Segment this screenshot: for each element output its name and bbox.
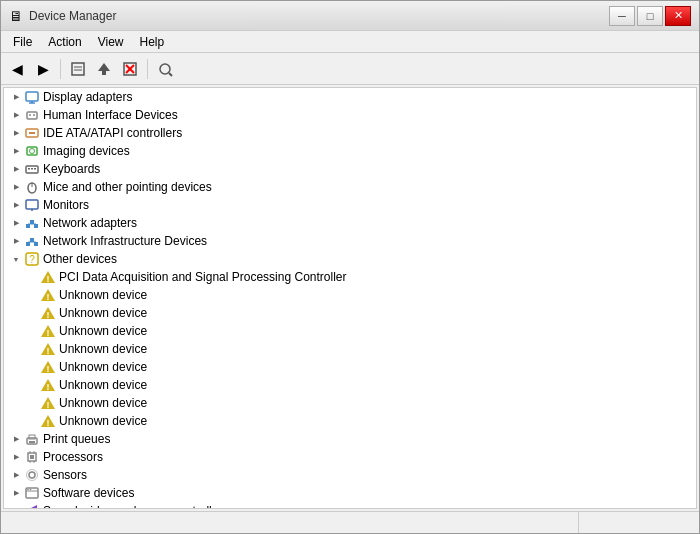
expander-network-adapters[interactable]: [8, 215, 24, 231]
label-keyboards: Keyboards: [43, 162, 100, 176]
maximize-button[interactable]: □: [637, 6, 663, 26]
tree-item-monitors[interactable]: Monitors: [4, 196, 696, 214]
svg-point-14: [29, 114, 31, 116]
tree-item-other-devices[interactable]: ?Other devices: [4, 250, 696, 268]
svg-text:!: !: [47, 310, 50, 320]
svg-text:!: !: [47, 328, 50, 338]
label-imaging: Imaging devices: [43, 144, 130, 158]
svg-point-15: [33, 114, 35, 116]
menu-bar: File Action View Help: [1, 31, 699, 53]
update-driver-button[interactable]: [92, 57, 116, 81]
expander-unknown-2[interactable]: [24, 305, 40, 321]
tree-item-display-adapters[interactable]: Display adapters: [4, 88, 696, 106]
window-icon: 🖥: [9, 8, 23, 24]
expander-unknown-6[interactable]: [24, 377, 40, 393]
expander-monitors[interactable]: [8, 197, 24, 213]
expander-sound-game[interactable]: [8, 503, 24, 509]
minimize-button[interactable]: ─: [609, 6, 635, 26]
label-unknown-6: Unknown device: [59, 378, 147, 392]
icon-hid: [24, 107, 40, 123]
title-bar: 🖥 Device Manager ─ □ ✕: [1, 1, 699, 31]
close-button[interactable]: ✕: [665, 6, 691, 26]
svg-rect-22: [31, 168, 33, 170]
tree-item-hid[interactable]: Human Interface Devices: [4, 106, 696, 124]
tree-item-unknown-1[interactable]: !Unknown device: [4, 286, 696, 304]
icon-sound-game: [24, 503, 40, 509]
tree-item-unknown-8[interactable]: !Unknown device: [4, 412, 696, 430]
expander-processors[interactable]: [8, 449, 24, 465]
tree-item-sound-game[interactable]: Sound, video and game controllers: [4, 502, 696, 509]
forward-button[interactable]: ▶: [31, 57, 55, 81]
expander-mice[interactable]: [8, 179, 24, 195]
expander-display-adapters[interactable]: [8, 89, 24, 105]
expander-unknown-5[interactable]: [24, 359, 40, 375]
update-icon: [96, 61, 112, 77]
svg-text:!: !: [47, 418, 50, 428]
expander-sensors[interactable]: [8, 467, 24, 483]
tree-item-unknown-6[interactable]: !Unknown device: [4, 376, 696, 394]
label-sound-game: Sound, video and game controllers: [43, 504, 228, 509]
tree-item-ide[interactable]: IDE ATA/ATAPI controllers: [4, 124, 696, 142]
svg-rect-36: [34, 242, 38, 246]
uninstall-button[interactable]: [118, 57, 142, 81]
expander-unknown-4[interactable]: [24, 341, 40, 357]
tree-item-print-queues[interactable]: Print queues: [4, 430, 696, 448]
tree-item-unknown-3[interactable]: !Unknown device: [4, 322, 696, 340]
expander-keyboards[interactable]: [8, 161, 24, 177]
expander-unknown-1[interactable]: [24, 287, 40, 303]
properties-button[interactable]: [66, 57, 90, 81]
svg-rect-26: [26, 200, 38, 209]
icon-unknown-5: !: [40, 359, 56, 375]
expander-hid[interactable]: [8, 107, 24, 123]
svg-rect-64: [30, 455, 34, 459]
tree-item-imaging[interactable]: Imaging devices: [4, 142, 696, 160]
svg-rect-0: [72, 63, 84, 75]
svg-point-8: [160, 64, 170, 74]
svg-text:?: ?: [29, 254, 35, 265]
label-software-devices: Software devices: [43, 486, 134, 500]
label-unknown-3: Unknown device: [59, 324, 147, 338]
status-right: [579, 512, 699, 533]
expander-software-devices[interactable]: [8, 485, 24, 501]
tree-item-pci-data[interactable]: !PCI Data Acquisition and Signal Process…: [4, 268, 696, 286]
scan-button[interactable]: [153, 57, 177, 81]
icon-unknown-3: !: [40, 323, 56, 339]
tree-item-unknown-2[interactable]: !Unknown device: [4, 304, 696, 322]
tree-item-mice[interactable]: Mice and other pointing devices: [4, 178, 696, 196]
device-tree[interactable]: Display adaptersHuman Interface DevicesI…: [3, 87, 697, 509]
svg-rect-23: [34, 168, 36, 170]
expander-network-infra[interactable]: [8, 233, 24, 249]
tree-item-unknown-7[interactable]: !Unknown device: [4, 394, 696, 412]
label-hid: Human Interface Devices: [43, 108, 178, 122]
svg-text:!: !: [47, 274, 50, 284]
label-unknown-2: Unknown device: [59, 306, 147, 320]
tree-item-keyboards[interactable]: Keyboards: [4, 160, 696, 178]
expander-other-devices[interactable]: [8, 251, 24, 267]
tree-item-network-adapters[interactable]: Network adapters: [4, 214, 696, 232]
svg-rect-62: [29, 441, 35, 443]
icon-display-adapters: [24, 89, 40, 105]
tree-item-processors[interactable]: Processors: [4, 448, 696, 466]
tree-item-network-infra[interactable]: Network Infrastructure Devices: [4, 232, 696, 250]
tree-item-software-devices[interactable]: Software devices: [4, 484, 696, 502]
svg-rect-4: [102, 71, 106, 75]
label-other-devices: Other devices: [43, 252, 117, 266]
label-monitors: Monitors: [43, 198, 89, 212]
expander-print-queues[interactable]: [8, 431, 24, 447]
back-button[interactable]: ◀: [5, 57, 29, 81]
tree-item-unknown-5[interactable]: !Unknown device: [4, 358, 696, 376]
expander-imaging[interactable]: [8, 143, 24, 159]
tree-item-unknown-4[interactable]: !Unknown device: [4, 340, 696, 358]
expander-unknown-8[interactable]: [24, 413, 40, 429]
menu-action[interactable]: Action: [40, 33, 89, 51]
menu-view[interactable]: View: [90, 33, 132, 51]
expander-unknown-3[interactable]: [24, 323, 40, 339]
menu-help[interactable]: Help: [132, 33, 173, 51]
expander-pci-data[interactable]: [24, 269, 40, 285]
tree-item-sensors[interactable]: Sensors: [4, 466, 696, 484]
menu-file[interactable]: File: [5, 33, 40, 51]
svg-text:!: !: [47, 364, 50, 374]
expander-ide[interactable]: [8, 125, 24, 141]
label-unknown-5: Unknown device: [59, 360, 147, 374]
expander-unknown-7[interactable]: [24, 395, 40, 411]
